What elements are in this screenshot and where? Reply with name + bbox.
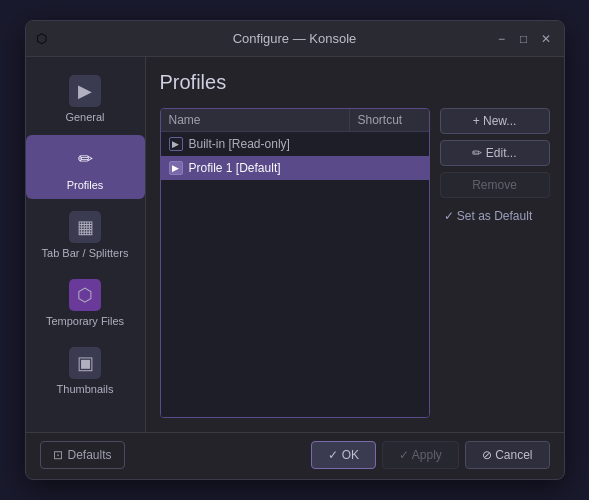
- close-button[interactable]: ✕: [538, 31, 554, 47]
- col-name-header: Name: [161, 109, 349, 131]
- sidebar-item-tempfiles-label: Temporary Files: [46, 315, 124, 327]
- tabbar-icon: ▦: [69, 211, 101, 243]
- sidebar-item-tabbar-label: Tab Bar / Splitters: [42, 247, 129, 259]
- configure-window: ⬡ Configure — Konsole − □ ✕ ▶ General ✏ …: [25, 20, 565, 480]
- remove-button[interactable]: Remove: [440, 172, 550, 198]
- thumbnails-icon: ▣: [69, 347, 101, 379]
- row-name: Built-in [Read-only]: [189, 137, 290, 151]
- table-row[interactable]: ▶ Built-in [Read-only]: [161, 132, 429, 156]
- set-default-button[interactable]: ✓ Set as Default: [440, 204, 550, 228]
- maximize-button[interactable]: □: [516, 31, 532, 47]
- row-expand-icon: ▶: [169, 137, 183, 151]
- bottom-right: ✓ OK ✓ Apply ⊘ Cancel: [311, 441, 549, 469]
- new-button[interactable]: + New...: [440, 108, 550, 134]
- col-shortcut-header: Shortcut: [349, 109, 429, 131]
- profiles-table: Name Shortcut ▶ Built-in [Read-only] ▶ P…: [160, 108, 430, 418]
- main-content: Profiles Name Shortcut ▶ Built-in [Read-…: [146, 57, 564, 432]
- sidebar-item-thumbnails-label: Thumbnails: [57, 383, 114, 395]
- row-name: Profile 1 [Default]: [189, 161, 281, 175]
- window-content: ▶ General ✏ Profiles ▦ Tab Bar / Splitte…: [26, 57, 564, 432]
- sidebar-item-profiles-label: Profiles: [67, 179, 104, 191]
- app-icon: ⬡: [36, 31, 47, 46]
- sidebar-item-general-label: General: [65, 111, 104, 123]
- minimize-button[interactable]: −: [494, 31, 510, 47]
- sidebar-item-thumbnails[interactable]: ▣ Thumbnails: [26, 339, 145, 403]
- apply-button[interactable]: ✓ Apply: [382, 441, 459, 469]
- window-title: Configure — Konsole: [233, 31, 357, 46]
- sidebar-item-general[interactable]: ▶ General: [26, 67, 145, 131]
- titlebar: ⬡ Configure — Konsole − □ ✕: [26, 21, 564, 57]
- profiles-actions: + New... ✏ Edit... Remove ✓ Set as Defau…: [440, 108, 550, 418]
- sidebar-item-profiles[interactable]: ✏ Profiles: [26, 135, 145, 199]
- sidebar: ▶ General ✏ Profiles ▦ Tab Bar / Splitte…: [26, 57, 146, 432]
- table-body: ▶ Built-in [Read-only] ▶ Profile 1 [Defa…: [161, 132, 429, 417]
- cancel-button[interactable]: ⊘ Cancel: [465, 441, 550, 469]
- edit-button[interactable]: ✏ Edit...: [440, 140, 550, 166]
- table-header: Name Shortcut: [161, 109, 429, 132]
- sidebar-item-tempfiles[interactable]: ⬡ Temporary Files: [26, 271, 145, 335]
- window-controls: − □ ✕: [494, 31, 554, 47]
- bottom-bar: ⊡ Defaults ✓ OK ✓ Apply ⊘ Cancel: [26, 432, 564, 479]
- table-row[interactable]: ▶ Profile 1 [Default]: [161, 156, 429, 180]
- profiles-area: Name Shortcut ▶ Built-in [Read-only] ▶ P…: [160, 108, 550, 418]
- general-icon: ▶: [69, 75, 101, 107]
- defaults-button[interactable]: ⊡ Defaults: [40, 441, 125, 469]
- tempfiles-icon: ⬡: [69, 279, 101, 311]
- ok-button[interactable]: ✓ OK: [311, 441, 376, 469]
- defaults-icon: ⊡: [53, 448, 63, 462]
- sidebar-item-tabbar[interactable]: ▦ Tab Bar / Splitters: [26, 203, 145, 267]
- row-expand-icon: ▶: [169, 161, 183, 175]
- defaults-label: Defaults: [68, 448, 112, 462]
- profiles-icon: ✏: [69, 143, 101, 175]
- page-title: Profiles: [160, 71, 550, 94]
- bottom-left: ⊡ Defaults: [40, 441, 125, 469]
